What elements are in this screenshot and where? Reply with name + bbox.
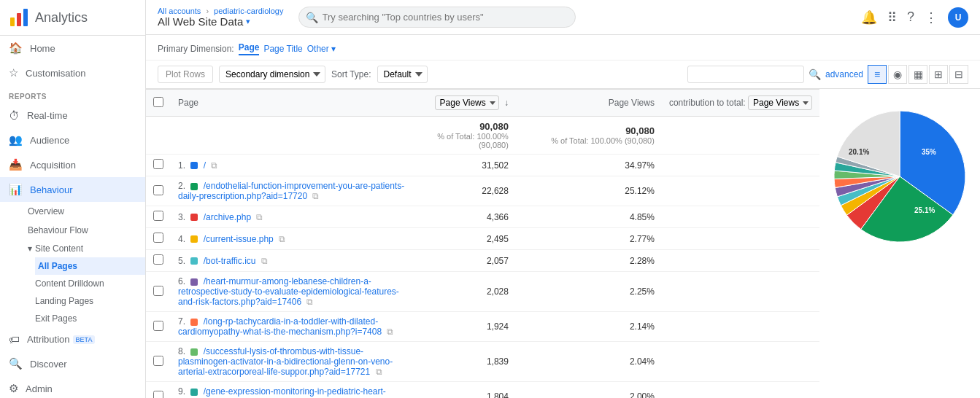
- sidebar-item-behaviour[interactable]: 📊 Behaviour: [0, 177, 145, 202]
- copy-icon-3[interactable]: ⧉: [279, 234, 285, 244]
- row-color-dot-1: [190, 183, 198, 190]
- td-page-2: 3. /archive.php ⧉: [171, 206, 418, 228]
- page-views-metric-select[interactable]: Page Views: [435, 95, 499, 110]
- row-checkbox-1[interactable]: [153, 185, 163, 195]
- behaviour-sub-menu: Overview Behaviour Flow ▾ Site Content A…: [0, 202, 145, 327]
- dim-other-link[interactable]: Other ▾: [307, 44, 336, 54]
- td-page-3: 4. /current-issue.php ⧉: [171, 228, 418, 250]
- copy-icon-4[interactable]: ⧉: [261, 256, 268, 266]
- apps-grid-icon[interactable]: ⠿: [887, 9, 897, 26]
- notification-icon[interactable]: 🔔: [861, 9, 877, 26]
- td-bar-1: [662, 176, 819, 206]
- user-avatar[interactable]: U: [948, 7, 968, 28]
- table-search-input[interactable]: [687, 66, 804, 83]
- copy-icon-2[interactable]: ⧉: [256, 212, 263, 222]
- page-link-1[interactable]: /endothelial-function-improvement-you-ar…: [178, 181, 404, 201]
- sidebar-sub-landing-pages[interactable]: Landing Pages: [35, 292, 145, 310]
- svg-rect-2: [23, 9, 28, 26]
- pages-table: Page Page Views ↓ Page Views contributio…: [146, 89, 819, 398]
- analytics-logo-icon: [9, 7, 29, 28]
- audience-icon: 👥: [9, 133, 23, 147]
- page-link-2[interactable]: /archive.php: [204, 212, 251, 222]
- select-all-checkbox[interactable]: [153, 97, 163, 107]
- sidebar-item-discover[interactable]: 🔍 Discover: [0, 351, 145, 376]
- property-dropdown-icon[interactable]: ▾: [246, 17, 250, 26]
- search-table-icon[interactable]: 🔍: [809, 69, 821, 80]
- td-views-7: 1,839: [418, 342, 516, 382]
- pie-view-button[interactable]: ◉: [888, 65, 907, 84]
- contribution-metric-select[interactable]: Page Views: [748, 95, 812, 110]
- sidebar-item-customisation[interactable]: ☆ Customisation: [0, 61, 145, 85]
- page-link-5[interactable]: /heart-murmur-among-lebanese-children-a-…: [178, 276, 399, 307]
- td-bar-5: [662, 272, 819, 312]
- sidebar-item-attribution[interactable]: 🏷 Attribution BETA: [0, 327, 145, 351]
- sidebar-item-audience[interactable]: 👥 Audience: [0, 128, 145, 152]
- copy-icon-5[interactable]: ⧉: [306, 297, 313, 307]
- row-checkbox-6[interactable]: [153, 321, 163, 331]
- breadcrumb-all-accounts[interactable]: All accounts: [158, 7, 201, 15]
- sort-type-label: Sort Type:: [331, 69, 371, 79]
- page-link-7[interactable]: /successful-lysis-of-thrombus-with-tissu…: [178, 346, 393, 377]
- breadcrumb: All accounts › pediatric-cardiology: [158, 7, 284, 15]
- sort-arrow-icon: ↓: [504, 98, 509, 108]
- search-input[interactable]: [298, 7, 576, 28]
- table-row: 5. /bot-traffic.icu ⧉ 2,057 2.28%: [146, 250, 819, 272]
- page-link-6[interactable]: /long-rp-tachycardia-in-a-toddler-with-d…: [178, 316, 382, 337]
- td-views-4: 2,057: [418, 250, 516, 272]
- sidebar-item-realtime[interactable]: ⏱ Real-time: [0, 104, 145, 128]
- sidebar-sub-content-drilldown[interactable]: Content Drilldown: [35, 275, 145, 292]
- pivot-view-button[interactable]: ⊞: [929, 65, 948, 84]
- bar-view-button[interactable]: ▦: [908, 65, 927, 84]
- page-link-3[interactable]: /current-issue.php: [204, 234, 274, 244]
- copy-icon-7[interactable]: ⧉: [376, 367, 382, 377]
- site-content-sub-menu: All Pages Content Drilldown Landing Page…: [28, 257, 145, 327]
- td-page-0: 1. / ⧉: [171, 155, 418, 176]
- pie-label-25: 25.1%: [914, 206, 935, 214]
- td-total-value: 90,080 % of Total: 100.00% (90,080): [418, 117, 516, 155]
- row-checkbox-5[interactable]: [153, 286, 163, 296]
- td-views-6: 1,924: [418, 312, 516, 342]
- sidebar-item-home[interactable]: 🏠 Home: [0, 36, 145, 61]
- sidebar-sub-overview[interactable]: Overview: [28, 202, 145, 221]
- attribution-beta-badge: BETA: [73, 335, 96, 344]
- property-name[interactable]: All Web Site Data ▾: [158, 15, 284, 28]
- sidebar-sub-exit-pages[interactable]: Exit Pages: [35, 310, 145, 327]
- table-view-button[interactable]: ≡: [868, 65, 887, 84]
- advanced-link[interactable]: advanced: [825, 69, 863, 79]
- sidebar-item-admin[interactable]: ⚙ Admin: [0, 376, 145, 398]
- sidebar-item-acquisition[interactable]: 📥 Acquisition: [0, 152, 145, 177]
- page-link-8[interactable]: /gene-expression-monitoring-in-pediatric…: [178, 386, 386, 398]
- sidebar-sub-all-pages[interactable]: All Pages: [35, 257, 145, 275]
- row-checkbox-7[interactable]: [153, 356, 163, 366]
- row-checkbox-8[interactable]: [153, 391, 163, 399]
- help-icon[interactable]: ?: [907, 9, 914, 25]
- row-checkbox-2[interactable]: [153, 211, 163, 221]
- copy-icon-6[interactable]: ⧉: [387, 327, 393, 337]
- td-total-empty2: [171, 117, 418, 155]
- sort-type-select[interactable]: Default: [377, 66, 428, 83]
- row-checkbox-3[interactable]: [153, 233, 163, 243]
- row-checkbox-0[interactable]: [153, 159, 163, 169]
- row-checkbox-4[interactable]: [153, 254, 163, 265]
- page-link-4[interactable]: /bot-traffic.icu: [204, 256, 256, 266]
- page-link-0[interactable]: /: [204, 160, 206, 171]
- td-page-5: 6. /heart-murmur-among-lebanese-children…: [171, 272, 418, 312]
- row-color-dot-5: [190, 278, 198, 286]
- sidebar-sub-site-content[interactable]: ▾ Site Content: [28, 240, 145, 257]
- plot-rows-button[interactable]: Plot Rows: [158, 66, 213, 83]
- row-color-dot-6: [190, 319, 198, 326]
- td-pct-5: 2.25%: [516, 272, 662, 312]
- sidebar-sub-behaviour-flow[interactable]: Behaviour Flow: [28, 221, 145, 240]
- dim-page-title-link[interactable]: Page Title: [263, 44, 302, 54]
- row-num-0: 1.: [178, 160, 185, 171]
- secondary-dimension-select[interactable]: Secondary dimension: [219, 66, 325, 83]
- acquisition-icon: 📥: [9, 158, 23, 171]
- copy-icon-0[interactable]: ⧉: [211, 160, 217, 171]
- custom-view-button[interactable]: ⊟: [949, 65, 968, 84]
- dim-page-link[interactable]: Page: [239, 42, 260, 55]
- breadcrumb-property[interactable]: pediatric-cardiology: [214, 7, 283, 15]
- copy-icon-1[interactable]: ⧉: [312, 191, 319, 201]
- more-options-icon[interactable]: ⋮: [925, 9, 938, 26]
- td-checkbox: [146, 250, 171, 272]
- row-num-7: 8.: [178, 346, 185, 356]
